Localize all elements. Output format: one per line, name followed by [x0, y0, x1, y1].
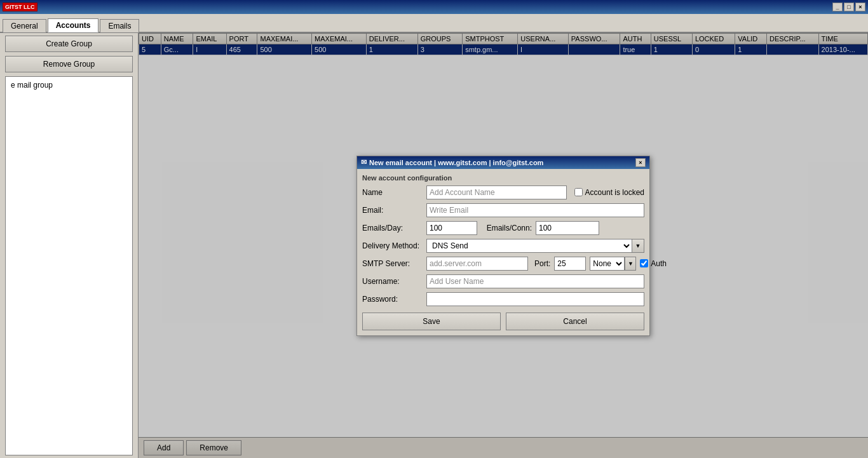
- modal-titlebar: ✉ New email account | www.gitst.com | in…: [357, 156, 649, 169]
- email-label: Email:: [362, 206, 423, 215]
- port-label: Port:: [534, 259, 550, 268]
- account-locked-checkbox[interactable]: [574, 188, 583, 196]
- title-bar: GITST LLC _ □ ×: [0, 0, 868, 14]
- title-bar-controls: _ □ ×: [832, 3, 865, 11]
- modal-body: New account configuration Name Account i…: [357, 169, 649, 335]
- delivery-row: Delivery Method: DNS Send SMTP Sendmail …: [362, 239, 644, 253]
- modal-close-button[interactable]: ×: [635, 158, 646, 167]
- email-input[interactable]: [426, 203, 644, 217]
- password-row: Password:: [362, 292, 644, 306]
- username-row: Username:: [362, 274, 644, 288]
- modal-buttons: Save Cancel: [362, 313, 644, 330]
- emails-day-input[interactable]: [426, 221, 477, 235]
- emails-day-label: Emails/Day:: [362, 224, 423, 232]
- delivery-select[interactable]: DNS Send SMTP Sendmail: [426, 239, 632, 253]
- group-list: e mail group: [5, 76, 133, 455]
- password-label: Password:: [362, 295, 423, 304]
- email-row: Email:: [362, 203, 644, 217]
- remove-group-button[interactable]: Remove Group: [5, 56, 133, 72]
- smtp-input[interactable]: [426, 257, 528, 271]
- auth-checkbox[interactable]: [640, 259, 648, 267]
- emails-row: Emails/Day: Emails/Conn:: [362, 221, 644, 235]
- modal-titlebar-left: ✉ New email account | www.gitst.com | in…: [361, 158, 543, 166]
- ssl-select[interactable]: None SSL TLS: [590, 257, 625, 271]
- title-bar-left: GITST LLC: [3, 3, 40, 11]
- ssl-select-wrapper: None SSL TLS ▼: [590, 257, 636, 271]
- username-input[interactable]: [426, 274, 644, 288]
- account-locked-label: Account is locked: [585, 188, 644, 197]
- modal-email-icon: ✉: [361, 158, 367, 166]
- ssl-dropdown-button[interactable]: ▼: [625, 257, 636, 271]
- app-logo: GITST LLC: [3, 3, 37, 11]
- create-group-button[interactable]: Create Group: [5, 36, 133, 52]
- delivery-label: Delivery Method:: [362, 241, 423, 250]
- minimize-button[interactable]: _: [832, 3, 843, 11]
- group-item[interactable]: e mail group: [8, 79, 130, 91]
- account-locked-row: Account is locked: [574, 188, 644, 197]
- username-label: Username:: [362, 277, 423, 286]
- tab-general[interactable]: General: [3, 19, 46, 32]
- modal-section-title: New account configuration: [362, 174, 644, 182]
- main-container: Create Group Remove Group e mail group U…: [0, 33, 868, 458]
- tab-emails[interactable]: Emails: [100, 19, 139, 32]
- maximize-button[interactable]: □: [844, 3, 854, 11]
- modal-title: New email account | www.gitst.com | info…: [369, 159, 543, 166]
- name-input[interactable]: [426, 185, 567, 199]
- delivery-dropdown-button[interactable]: ▼: [632, 239, 644, 253]
- emails-conn-input[interactable]: [536, 221, 599, 235]
- name-row: Name Account is locked: [362, 185, 644, 199]
- password-input[interactable]: [426, 292, 644, 306]
- tab-accounts[interactable]: Accounts: [48, 18, 99, 32]
- modal-overlay: ✉ New email account | www.gitst.com | in…: [139, 33, 868, 458]
- smtp-label: SMTP Server:: [362, 259, 423, 268]
- close-button[interactable]: ×: [855, 3, 865, 11]
- cancel-button[interactable]: Cancel: [506, 313, 644, 330]
- delivery-select-wrapper: DNS Send SMTP Sendmail ▼: [426, 239, 644, 253]
- new-email-account-dialog: ✉ New email account | www.gitst.com | in…: [356, 156, 650, 336]
- content-area: UID NAME EMAIL PORT MAXEMAI... MAXEMAI..…: [139, 33, 868, 458]
- name-label: Name: [362, 188, 423, 197]
- auth-label: Auth: [651, 259, 667, 268]
- port-input[interactable]: [554, 257, 586, 271]
- tab-bar: General Accounts Emails: [0, 14, 868, 33]
- smtp-row: SMTP Server: Port: None SSL TLS ▼: [362, 257, 644, 271]
- emails-conn-label: Emails/Conn:: [481, 224, 532, 232]
- save-button[interactable]: Save: [362, 313, 501, 330]
- auth-checkbox-row: Auth: [640, 259, 667, 268]
- sidebar: Create Group Remove Group e mail group: [0, 33, 139, 458]
